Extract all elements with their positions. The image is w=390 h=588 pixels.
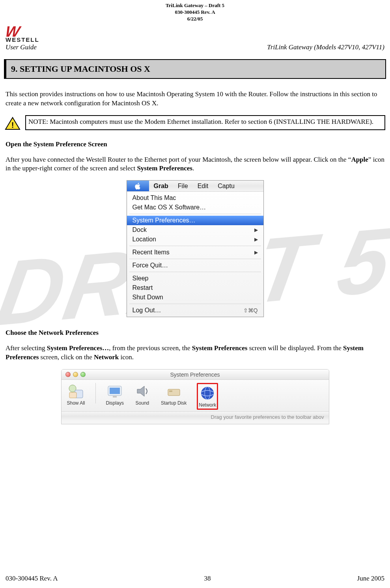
doc-meta-title: TriLink Gateway – Draft 5 bbox=[4, 2, 386, 9]
mi-label: Force Quit… bbox=[132, 262, 168, 269]
note-text: NOTE: Macintosh computers must use the M… bbox=[25, 115, 385, 130]
window-title: System Preferences bbox=[62, 371, 329, 378]
mi-shortcut: ⇧⌘Q bbox=[243, 307, 258, 314]
sub2-heading: Choose the Network Preferences bbox=[6, 329, 384, 337]
menu-separator bbox=[129, 259, 261, 259]
chevron-right-icon: ▶ bbox=[254, 250, 258, 255]
chevron-right-icon: ▶ bbox=[254, 237, 258, 242]
mi-label: About This Mac bbox=[132, 194, 176, 202]
page-footer: 030-300445 Rev. A 38 June 2005 bbox=[0, 575, 390, 582]
footer-center: 38 bbox=[204, 575, 211, 582]
mi-get-software[interactable]: Get Mac OS X Software… bbox=[127, 203, 263, 212]
mi-restart[interactable]: Restart bbox=[127, 283, 263, 293]
svg-rect-7 bbox=[113, 396, 117, 398]
mi-label: Sleep bbox=[132, 275, 149, 282]
network-icon bbox=[199, 385, 216, 401]
apple-icon[interactable] bbox=[127, 181, 149, 191]
toolbar-startup-disk[interactable]: Startup Disk bbox=[161, 383, 187, 406]
mi-about-this-mac[interactable]: About This Mac bbox=[127, 193, 263, 203]
mi-label: Get Mac OS X Software… bbox=[132, 204, 206, 211]
toolbar-show-all[interactable]: Show All bbox=[67, 383, 85, 406]
t: icon. bbox=[119, 353, 134, 361]
footer-right: June 2005 bbox=[357, 575, 384, 582]
toolbar-network[interactable]: Network bbox=[197, 383, 218, 410]
page-header-row: W WESTELL User Guide TriLink Gateway (Mo… bbox=[4, 24, 386, 51]
mac-menubar: Grab File Edit Captu bbox=[127, 181, 263, 192]
chevron-right-icon: ▶ bbox=[254, 227, 258, 233]
svg-rect-6 bbox=[110, 388, 120, 394]
sysprefs-toolbar: Show All Displays bbox=[62, 380, 329, 412]
toolbar-label: Startup Disk bbox=[161, 400, 187, 406]
b: System Preferences bbox=[192, 344, 248, 352]
mi-system-preferences[interactable]: System Preferences… bbox=[127, 216, 263, 225]
mi-force-quit[interactable]: Force Quit… bbox=[127, 261, 263, 270]
sub2-paragraph: After selecting System Preferences…, fro… bbox=[6, 344, 384, 362]
sound-icon bbox=[134, 383, 151, 399]
menu-separator bbox=[129, 272, 261, 272]
mi-log-out[interactable]: Log Out… ⇧⌘Q bbox=[127, 306, 263, 315]
t: screen, click on the bbox=[39, 353, 94, 361]
note-row: ! NOTE: Macintosh computers must use the… bbox=[5, 115, 385, 130]
b: Network bbox=[94, 353, 119, 361]
svg-text:!: ! bbox=[11, 121, 14, 129]
user-guide-label: User Guide bbox=[6, 43, 39, 51]
svg-marker-8 bbox=[137, 386, 144, 396]
sub1-bold-sysprefs: System Preferences bbox=[137, 164, 192, 172]
menu-separator bbox=[129, 246, 261, 246]
sub1-text-a: After you have connected the Westell Rou… bbox=[6, 156, 351, 163]
doc-meta-number: 030-300445 Rev. A bbox=[4, 9, 386, 16]
mi-shut-down[interactable]: Shut Down bbox=[127, 293, 263, 302]
toolbar-label: Sound bbox=[136, 400, 149, 406]
svg-rect-9 bbox=[168, 389, 180, 396]
footer-left: 030-300445 Rev. A bbox=[6, 575, 58, 582]
mi-sleep[interactable]: Sleep bbox=[127, 274, 263, 283]
toolbar-separator bbox=[95, 383, 96, 403]
intro-paragraph: This section provides instructions on ho… bbox=[6, 90, 384, 108]
mi-recent-items[interactable]: Recent Items▶ bbox=[127, 248, 263, 257]
sub1-bold-apple: Apple bbox=[351, 156, 368, 163]
sub1-heading: Open the System Preference Screen bbox=[6, 140, 384, 148]
logo-swoosh-icon: W bbox=[4, 24, 41, 39]
svg-rect-4 bbox=[69, 392, 77, 398]
sysprefs-titlebar: System Preferences bbox=[62, 370, 329, 380]
mi-label: Shut Down bbox=[132, 294, 163, 301]
mi-label: Dock bbox=[132, 226, 147, 233]
toolbar-label: Show All bbox=[67, 400, 85, 406]
menu-separator bbox=[129, 214, 261, 214]
mi-label: System Preferences… bbox=[132, 217, 196, 224]
doc-meta-date: 6/22/05 bbox=[4, 16, 386, 22]
t: screen will be displayed. From the bbox=[247, 344, 343, 352]
toolbar-displays[interactable]: Displays bbox=[106, 383, 124, 406]
t: , from the previous screen, the bbox=[109, 344, 192, 352]
toolbar-label: Displays bbox=[106, 400, 124, 406]
system-preferences-screenshot: System Preferences Show All bbox=[61, 369, 329, 424]
mi-dock[interactable]: Dock▶ bbox=[127, 225, 263, 235]
mi-label: Recent Items bbox=[132, 249, 170, 256]
toolbar-label: Network bbox=[199, 402, 216, 408]
mi-location[interactable]: Location▶ bbox=[127, 235, 263, 244]
menubar-item-edit[interactable]: Edit bbox=[193, 183, 213, 190]
sysprefs-hint: Drag your favorite preferences to the to… bbox=[62, 412, 329, 424]
doc-meta-block: TriLink Gateway – Draft 5 030-300445 Rev… bbox=[4, 2, 386, 22]
svg-rect-10 bbox=[169, 390, 172, 392]
mi-label: Log Out… bbox=[132, 307, 161, 314]
section-header: 9. SETTING UP MACINTOSH OS X bbox=[4, 59, 386, 79]
menubar-item-capture[interactable]: Captu bbox=[213, 183, 239, 190]
apple-menu-screenshot: Grab File Edit Captu About This Mac Get … bbox=[127, 180, 264, 317]
models-title: TriLink Gateway (Models 427V10, 427V11) bbox=[267, 43, 384, 51]
menubar-item-grab[interactable]: Grab bbox=[149, 183, 173, 190]
show-all-icon bbox=[68, 383, 84, 399]
sub1-paragraph: After you have connected the Westell Rou… bbox=[6, 155, 384, 174]
displays-icon bbox=[106, 383, 123, 399]
menubar-item-file[interactable]: File bbox=[173, 183, 193, 190]
t: After selecting bbox=[6, 344, 47, 352]
sub1-text-c: . bbox=[192, 164, 194, 172]
toolbar-sound[interactable]: Sound bbox=[134, 383, 151, 406]
svg-point-11 bbox=[201, 387, 214, 399]
westell-logo: W WESTELL bbox=[6, 24, 39, 43]
mi-label: Restart bbox=[132, 284, 153, 291]
mi-label: Location bbox=[132, 236, 157, 243]
warning-icon: ! bbox=[5, 117, 21, 130]
startup-disk-icon bbox=[166, 383, 182, 399]
menu-separator bbox=[129, 304, 261, 304]
